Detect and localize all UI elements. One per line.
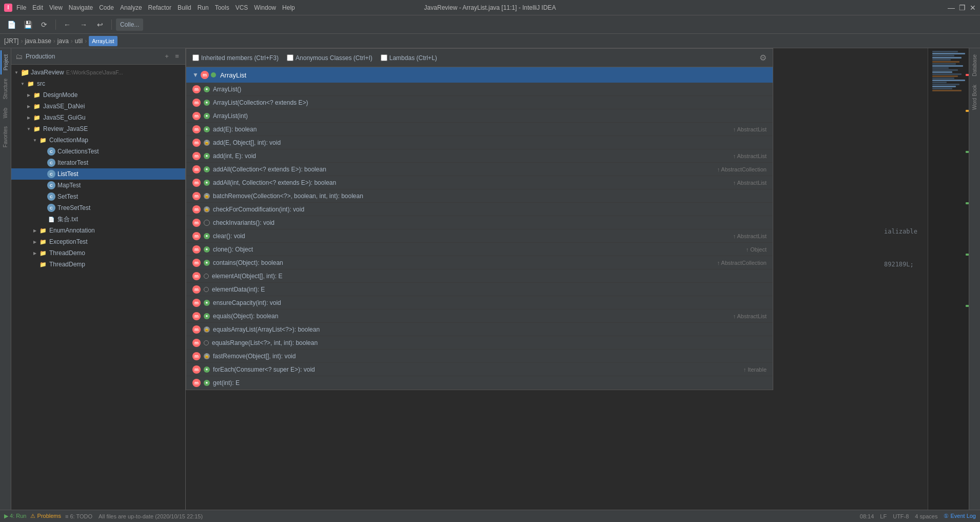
ac-item-21[interactable]: m ● forEach(Consumer<? super E>): void ↑… [186,363,773,376]
ac-item-22[interactable]: m ● get(int): E [186,376,773,390]
ac-item-11[interactable]: m ● clear(): void ↑ AbstractList [186,229,773,243]
ac-item-7[interactable]: m ● addAll(int, Collection<? extends E>)… [186,176,773,189]
ac-item-5[interactable]: m ● add(int, E): void ↑ AbstractList [186,149,773,163]
tree-treesettest[interactable]: ▶ C TreeSetTest [11,202,185,214]
event-log-button[interactable]: ① Event Log [944,513,976,519]
ac-item-10[interactable]: m checkInvariants(): void [186,216,773,229]
run-config-selector[interactable]: Colle... [116,18,143,31]
lambdas-checkbox[interactable]: Lambdas (Ctrl+L) [381,54,437,62]
tree-javase-danei[interactable]: ▶ 📁 JavaSE_DaNei [11,101,185,112]
problems-indicator[interactable]: ⚠ Problems [30,513,61,519]
anonymous-classes-checkbox[interactable]: Anonymous Classes (Ctrl+I) [287,54,373,62]
tree-threaddemp[interactable]: ▶ 📁 ThreadDemp [11,259,185,270]
menu-edit[interactable]: Edit [32,4,43,11]
ac-item-18[interactable]: m 🔒 equalsArrayList(ArrayList<?>): boole… [186,323,773,336]
tree-textfile[interactable]: ▶ 📄 集合.txt [11,214,185,225]
ac-item-13[interactable]: m ● contains(Object): boolean ↑ Abstract… [186,256,773,269]
tree-javase-guigu[interactable]: ▶ 📁 JavaSE_GuiGu [11,112,185,123]
ac-item-16[interactable]: m ● ensureCapacity(int): void [186,296,773,310]
autocomplete-popup[interactable]: Inherited members (Ctrl+F3) Anonymous Cl… [186,48,773,390]
danei-icon: 📁 [33,102,41,110]
tree-maptest[interactable]: ▶ C MapTest [11,180,185,191]
filter-icon[interactable]: ≡ [173,52,181,61]
save-button[interactable]: 💾 [21,17,35,32]
menu-bar[interactable]: File Edit View Navigate Code Analyze Ref… [16,4,295,11]
tree-review-javase[interactable]: ▼ 📁 Review_JavaSE [11,123,185,134]
menu-vcs[interactable]: VCS [236,4,248,11]
undo-button[interactable]: ↩ [93,17,107,32]
editor-area[interactable]: Inherited members (Ctrl+F3) Anonymous Cl… [186,48,969,510]
menu-navigate[interactable]: Navigate [69,4,93,11]
textfile-label: 集合.txt [57,215,78,224]
menu-run[interactable]: Run [198,4,209,11]
run-indicator[interactable]: ▶ 4: Run [4,513,26,519]
breadcrumb-arraylist[interactable]: ArrayList [89,36,117,46]
menu-file[interactable]: File [16,4,26,11]
line-sep-indicator[interactable]: LF [880,513,887,519]
vis-icon-18: 🔒 [204,326,210,333]
menu-help[interactable]: Help [282,4,295,11]
ac-item-0[interactable]: m ● ArrayList() [186,83,773,96]
ac-item-19[interactable]: m equalsRange(List<?>, int, int): boolea… [186,336,773,350]
inherited-members-checkbox[interactable]: Inherited members (Ctrl+F3) [192,54,279,62]
root-label: JavaReview [31,69,64,76]
tree-src[interactable]: ▼ 📁 src [11,78,185,89]
web-tab[interactable]: Web [1,104,10,122]
ac-item-12[interactable]: m ● clone(): Object ↑ Object [186,243,773,256]
ac-item-1[interactable]: m ● ArrayList(Collection<? extends E>) [186,96,773,109]
ac-item-9[interactable]: m 🔒 checkForComodification(int): void [186,203,773,216]
method-icon-20: m [192,352,201,360]
menu-window[interactable]: Window [254,4,276,11]
encoding-indicator[interactable]: UTF-8 [893,513,909,519]
breadcrumb-java[interactable]: java [57,37,69,45]
ac-item-4[interactable]: m 🔒 add(E, Object[], int): void [186,136,773,149]
tree-collectionmap[interactable]: ▼ 📁 CollectionMap [11,134,185,146]
breadcrumb-jrt[interactable]: [JRT] [4,37,18,45]
tree-threaddemo[interactable]: ▶ 📁 ThreadDemo [11,247,185,259]
menu-refactor[interactable]: Refactor [148,4,171,11]
wordbook-tab[interactable]: Word Book [970,81,979,114]
window-controls[interactable]: — ❐ ✕ [948,4,976,12]
database-tab[interactable]: Database [970,50,979,81]
breadcrumb-javabase[interactable]: java.base [25,37,51,45]
project-tab[interactable]: Project [1,50,10,74]
method-text-6: addAll(Collection<? extends E>): boolean [213,166,712,173]
ac-item-2[interactable]: m ● ArrayList(int) [186,109,773,123]
indent-indicator[interactable]: 4 spaces [915,513,937,519]
tree-settest[interactable]: ▶ C SetTest [11,191,185,202]
tree-collectionstest[interactable]: ▶ C CollectionsTest [11,146,185,157]
tree-exceptiontest[interactable]: ▶ 📁 ExceptionTest [11,236,185,247]
tree-enumannotation[interactable]: ▶ 📁 EnumAnnotation [11,225,185,236]
favorites-tab[interactable]: Favorites [1,122,10,151]
structure-tab[interactable]: Structure [1,74,10,104]
tree-listtest[interactable]: ▶ C ListTest [11,168,185,180]
todo-indicator[interactable]: ≡ 6: TODO [65,513,92,519]
back-button[interactable]: ← [60,17,74,32]
add-file-icon[interactable]: + [163,52,171,61]
menu-analyze[interactable]: Analyze [120,4,142,11]
menu-code[interactable]: Code [99,4,114,11]
sync-button[interactable]: ⟳ [37,17,51,32]
ac-item-17[interactable]: m ● equals(Object): boolean ↑ AbstractLi… [186,310,773,323]
tree-root[interactable]: ▼ 📁 JavaReview E:\WorkSpace\JavaF... [11,67,185,78]
menu-view[interactable]: View [49,4,63,11]
menu-tools[interactable]: Tools [215,4,229,11]
minimize-button[interactable]: — [948,4,955,12]
tree-designmode[interactable]: ▶ 📁 DesignMode [11,89,185,101]
close-button[interactable]: ✕ [970,4,976,12]
tree-iteratortest[interactable]: ▶ C IteratorTest [11,157,185,168]
new-file-button[interactable]: 📄 [4,17,18,32]
settings-gear-icon[interactable]: ⚙ [759,53,767,63]
breadcrumb-util[interactable]: util [75,37,83,45]
ac-item-3[interactable]: m ● add(E): boolean ↑ AbstractList [186,123,773,136]
ac-item-8[interactable]: m 🔒 batchRemove(Collection<?>, boolean, … [186,189,773,203]
ac-item-6[interactable]: m ● addAll(Collection<? extends E>): boo… [186,163,773,176]
ac-item-15[interactable]: m elementData(int): E [186,283,773,296]
forward-button[interactable]: → [76,17,91,32]
code-serializable: ializable [884,228,917,235]
menu-build[interactable]: Build [178,4,191,11]
ac-item-14[interactable]: m elementAt(Object[], int): E [186,269,773,283]
editor-background-text: ializable 892189L; [884,228,917,268]
maximize-button[interactable]: ❐ [959,4,966,12]
ac-item-20[interactable]: m 🔒 fastRemove(Object[], int): void [186,350,773,363]
